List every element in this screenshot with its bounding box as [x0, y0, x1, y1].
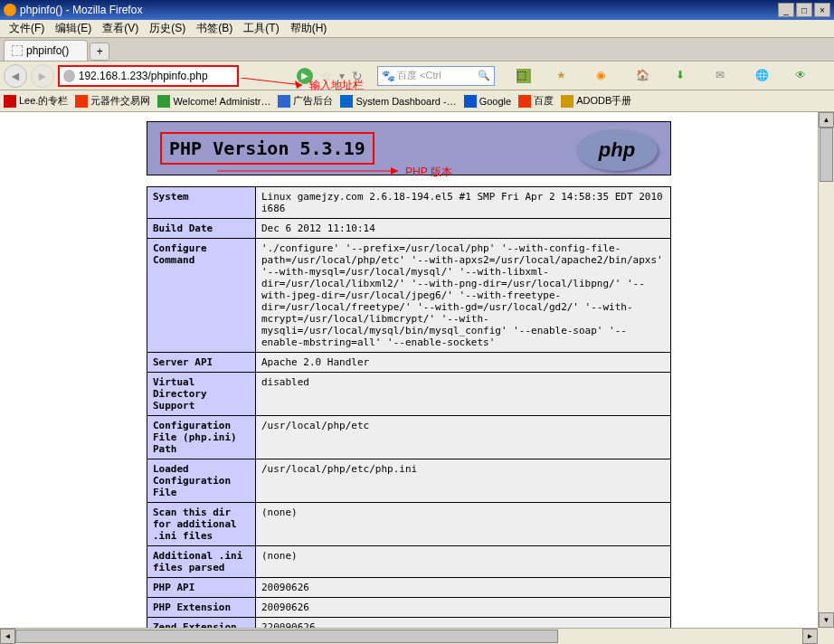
- bookmark-favicon: [278, 95, 290, 108]
- eye-icon[interactable]: 👁: [795, 69, 810, 83]
- firefox-icon: [4, 4, 16, 16]
- toolbar-icon-1[interactable]: ⬚: [517, 69, 531, 83]
- url-input[interactable]: [79, 70, 233, 82]
- menu-bookmarks[interactable]: 书签(B): [191, 19, 238, 38]
- bookmark-item[interactable]: Welcome! Administr…: [157, 95, 270, 108]
- info-value: './configure' '--prefix=/usr/local/php' …: [256, 239, 671, 353]
- table-row: Configure Command'./configure' '--prefix…: [147, 239, 671, 353]
- toolbar-icon-3[interactable]: ◉: [596, 69, 611, 83]
- bookmark-item[interactable]: Lee.的专栏: [4, 94, 68, 108]
- bookmark-item[interactable]: ADODB手册: [561, 94, 631, 108]
- menu-file[interactable]: 文件(F): [4, 19, 50, 38]
- info-value: 20090626: [256, 578, 671, 598]
- tab-title: phpinfo(): [26, 44, 69, 57]
- info-value: (none): [256, 503, 671, 546]
- info-value: Apache 2.0 Handler: [256, 353, 671, 373]
- bookmark-label: 元器件交易网: [90, 94, 150, 108]
- info-key: Build Date: [147, 219, 256, 239]
- menu-edit[interactable]: 编辑(E): [50, 19, 97, 38]
- info-key: Server API: [147, 353, 256, 373]
- info-value: /usr/local/php/etc: [256, 416, 671, 459]
- scroll-down-button[interactable]: ▼: [819, 612, 834, 628]
- back-button[interactable]: ◄: [4, 64, 27, 88]
- bookmark-favicon: [75, 95, 88, 108]
- bookmark-item[interactable]: System Dashboard -…: [340, 95, 456, 108]
- info-key: Scan this dir for additional .ini files: [147, 503, 256, 546]
- bookmark-item[interactable]: 广告后台: [278, 94, 333, 108]
- info-key: Additional .ini files parsed: [147, 546, 256, 578]
- menu-bar: 文件(F) 编辑(E) 查看(V) 历史(S) 书签(B) 工具(T) 帮助(H…: [0, 20, 834, 38]
- menu-view[interactable]: 查看(V): [97, 19, 144, 38]
- info-key: Configure Command: [147, 239, 256, 353]
- search-placeholder: 百度 <Ctrl: [397, 69, 441, 82]
- scroll-right-button[interactable]: ►: [802, 629, 818, 644]
- hscroll-thumb[interactable]: [15, 630, 558, 643]
- new-tab-button[interactable]: +: [90, 43, 109, 61]
- info-key: Zend Extension: [147, 618, 256, 629]
- window-titlebar: phpinfo() - Mozilla Firefox _ □ ×: [0, 0, 834, 20]
- mail-icon[interactable]: ✉: [716, 69, 730, 83]
- info-key: PHP API: [147, 578, 256, 598]
- php-version-highlight: PHP Version 5.3.19: [160, 132, 374, 165]
- menu-history[interactable]: 历史(S): [144, 19, 191, 38]
- bookmark-label: Google: [479, 96, 511, 107]
- bookmark-label: System Dashboard -…: [355, 96, 456, 107]
- home-icon[interactable]: 🏠: [636, 69, 650, 83]
- toolbar-icon-2[interactable]: ★: [556, 69, 571, 83]
- minimize-button[interactable]: _: [778, 3, 794, 17]
- page-content: PHP Version 5.3.19 php PHP 版本 SystemLinu…: [0, 112, 818, 628]
- maximize-button[interactable]: □: [796, 3, 812, 17]
- bookmark-favicon: [464, 95, 477, 108]
- url-bar[interactable]: [58, 65, 239, 87]
- bookmark-label: Lee.的专栏: [19, 94, 68, 108]
- baidu-icon: 🐾: [382, 70, 395, 82]
- bookmark-favicon: [4, 95, 16, 108]
- php-logo: php: [576, 129, 658, 171]
- tab-phpinfo[interactable]: phpinfo(): [4, 40, 88, 61]
- scroll-left-button[interactable]: ◄: [0, 629, 15, 644]
- bookmark-favicon: [157, 95, 170, 108]
- info-value: Dec 6 2012 11:10:14: [256, 219, 671, 239]
- table-row: Additional .ini files parsed(none): [147, 546, 671, 578]
- info-key: Configuration File (php.ini) Path: [147, 416, 256, 459]
- download-icon[interactable]: ⬇: [676, 69, 690, 83]
- menu-help[interactable]: 帮助(H): [285, 19, 333, 38]
- table-row: Scan this dir for additional .ini files(…: [147, 503, 671, 546]
- table-row: Virtual Directory Supportdisabled: [147, 373, 671, 416]
- info-value: /usr/local/php/etc/php.ini: [256, 459, 671, 503]
- scroll-corner: [818, 628, 834, 644]
- info-key: Loaded Configuration File: [147, 459, 256, 503]
- window-title: phpinfo() - Mozilla Firefox: [20, 4, 142, 16]
- bookmark-label: 广告后台: [293, 94, 333, 108]
- table-row: Zend Extension220090626: [147, 618, 671, 629]
- menu-tools[interactable]: 工具(T): [238, 19, 284, 38]
- bookmark-label: ADODB手册: [576, 94, 631, 108]
- info-value: (none): [256, 546, 671, 578]
- search-box[interactable]: 🐾 百度 <Ctrl 🔍: [377, 66, 495, 86]
- scroll-thumb[interactable]: [820, 128, 833, 182]
- table-row: Server APIApache 2.0 Handler: [147, 353, 671, 373]
- search-icon[interactable]: 🔍: [478, 70, 490, 81]
- bookmark-favicon: [561, 95, 573, 108]
- toolbar-extra-icons: ⬚ ★ ◉ 🏠 ⬇ ✉ 🌐 👁: [517, 69, 810, 83]
- scroll-up-button[interactable]: ▲: [819, 112, 834, 128]
- vertical-scrollbar[interactable]: ▲ ▼: [818, 112, 834, 628]
- info-value: disabled: [256, 373, 671, 416]
- close-button[interactable]: ×: [814, 3, 830, 17]
- table-row: SystemLinux gamejzy.com 2.6.18-194.el5 #…: [147, 187, 671, 219]
- bookmark-item[interactable]: 元器件交易网: [75, 94, 150, 108]
- forward-button[interactable]: ►: [31, 64, 54, 88]
- info-value: 220090626: [256, 618, 671, 629]
- bookmarks-bar: Lee.的专栏元器件交易网Welcome! Administr…广告后台Syst…: [0, 90, 834, 112]
- bookmark-item[interactable]: 百度: [518, 94, 554, 108]
- globe-icon[interactable]: 🌐: [755, 69, 770, 83]
- bookmark-label: Welcome! Administr…: [173, 96, 270, 107]
- horizontal-scrollbar[interactable]: ◄ ►: [0, 628, 818, 644]
- navigation-toolbar: ◄ ► ▶ ☆ ▾ ↻ 🐾 百度 <Ctrl 🔍 ⬚ ★ ◉ 🏠 ⬇ ✉ 🌐 👁: [0, 62, 834, 90]
- tab-bar: phpinfo() +: [0, 38, 834, 62]
- phpinfo-table: SystemLinux gamejzy.com 2.6.18-194.el5 #…: [147, 186, 671, 628]
- info-key: System: [147, 187, 256, 219]
- php-version-title: PHP Version 5.3.19: [169, 137, 365, 159]
- bookmark-item[interactable]: Google: [464, 95, 511, 108]
- table-row: Build DateDec 6 2012 11:10:14: [147, 219, 671, 239]
